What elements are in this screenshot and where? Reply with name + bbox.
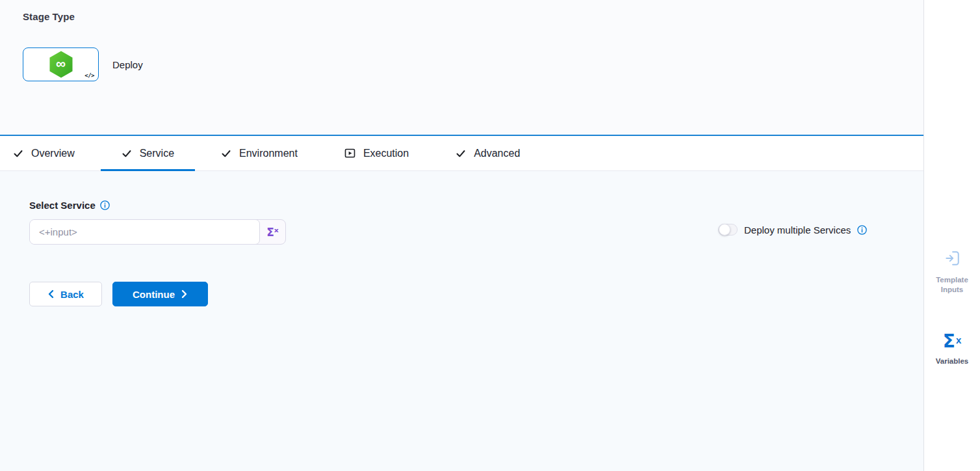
- tab-service-label: Service: [140, 148, 174, 159]
- stage-row: ∞ </> Deploy: [23, 47, 923, 81]
- main-panel: Stage Type ∞: [0, 0, 924, 471]
- tab-service[interactable]: Service: [101, 136, 195, 170]
- back-button-label: Back: [60, 289, 84, 300]
- sigma-x-icon: Σx: [943, 332, 961, 351]
- runtime-input-sigma-button[interactable]: Σˣ: [260, 220, 285, 244]
- check-icon: [221, 148, 231, 159]
- select-service-label-row: Select Service: [29, 200, 923, 211]
- code-badge-icon: </>: [84, 72, 94, 79]
- continue-button-label: Continue: [133, 289, 175, 300]
- variables-button[interactable]: Σx Variables: [924, 332, 980, 366]
- select-service-input[interactable]: [29, 219, 260, 245]
- sign-in-icon: [944, 250, 961, 267]
- tab-environment[interactable]: Environment: [200, 136, 318, 170]
- check-icon: [122, 148, 132, 159]
- tab-overview-label: Overview: [31, 148, 75, 159]
- tab-advanced-label: Advanced: [474, 148, 520, 159]
- select-service-input-group: Σˣ: [29, 219, 286, 245]
- play-square-icon: [344, 148, 355, 159]
- select-service-label: Select Service: [29, 200, 96, 211]
- stage-name-label: Deploy: [112, 59, 143, 70]
- stage-tabbar: Overview Service Environment: [0, 135, 923, 171]
- tab-execution[interactable]: Execution: [324, 136, 430, 170]
- right-rail: Template Inputs Σx Variables: [924, 0, 980, 471]
- deploy-multiple-services-row: Deploy multiple Services: [718, 224, 867, 236]
- deploy-multiple-toggle[interactable]: [718, 224, 738, 236]
- infinity-glyph: ∞: [56, 57, 66, 70]
- wizard-nav-buttons: Back Continue: [29, 282, 923, 306]
- deploy-hexagon-icon: ∞: [49, 51, 73, 78]
- service-tab-content: Select Service Σˣ Deploy multiple Ser: [0, 171, 923, 471]
- variables-label: Variables: [932, 357, 972, 366]
- tab-environment-label: Environment: [239, 148, 298, 159]
- stage-type-panel: Stage Type ∞: [0, 0, 923, 135]
- back-button[interactable]: Back: [29, 282, 102, 306]
- check-icon: [13, 148, 23, 159]
- toggle-knob: [719, 224, 730, 236]
- deploy-multiple-label: Deploy multiple Services: [744, 224, 851, 236]
- stage-configuration-page: Stage Type ∞: [0, 0, 980, 471]
- info-icon[interactable]: [100, 200, 110, 210]
- deploy-stage-card[interactable]: ∞ </>: [23, 47, 99, 81]
- check-icon: [456, 148, 466, 159]
- template-inputs-button[interactable]: Template Inputs: [924, 250, 980, 295]
- chevron-right-icon: [181, 289, 188, 299]
- tab-execution-label: Execution: [363, 148, 409, 159]
- continue-button[interactable]: Continue: [112, 282, 208, 306]
- template-inputs-label: Template Inputs: [932, 275, 972, 295]
- tab-overview[interactable]: Overview: [0, 136, 96, 170]
- tab-advanced[interactable]: Advanced: [435, 136, 541, 170]
- chevron-left-icon: [47, 289, 55, 299]
- stage-type-title: Stage Type: [23, 11, 923, 22]
- info-icon[interactable]: [857, 225, 867, 235]
